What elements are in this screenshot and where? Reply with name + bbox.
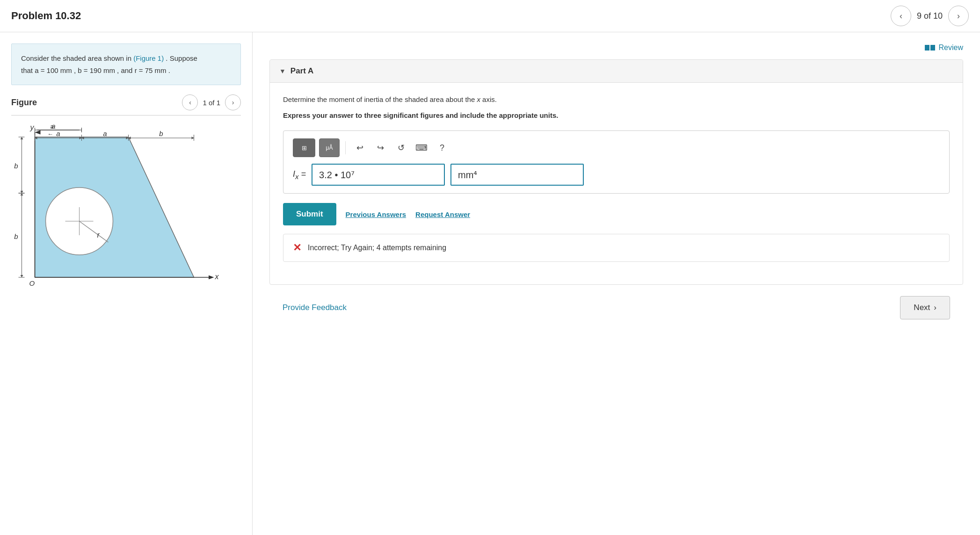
header-navigation: ‹ 9 of 10 ›: [891, 6, 969, 26]
part-a-label: Part A: [290, 66, 313, 76]
answer-unit-input[interactable]: [450, 164, 584, 186]
svg-text:←: ←: [47, 130, 53, 137]
problem-statement: Consider the shaded area shown in (Figur…: [11, 43, 241, 85]
math-input-row: Ix =: [293, 164, 940, 186]
error-text: Incorrect; Try Again; 4 attempts remaini…: [308, 244, 446, 252]
undo-icon: ↩: [356, 143, 363, 153]
problem-text-after-link: . Suppose: [166, 54, 197, 62]
review-button[interactable]: Review: [925, 43, 963, 52]
figure-next-icon: ›: [232, 99, 234, 106]
part-a-section: ▼ Part A Determine the moment of inertia…: [269, 59, 963, 285]
reset-icon: ↺: [398, 143, 405, 153]
request-answer-button[interactable]: Request Answer: [415, 210, 470, 218]
redo-button[interactable]: ↪: [372, 139, 389, 156]
review-label: Review: [939, 43, 963, 52]
svg-text:x: x: [215, 273, 219, 281]
answer-value-input[interactable]: [312, 164, 445, 186]
chevron-left-icon: ‹: [900, 11, 902, 21]
bottom-bar: Provide Feedback Next ›: [269, 296, 963, 319]
redo-icon: ↪: [377, 143, 384, 153]
svg-marker-34: [192, 137, 194, 139]
help-button[interactable]: ?: [434, 139, 450, 156]
problem-text-before-link: Consider the shaded area shown in: [21, 54, 133, 62]
toolbar-divider: [345, 141, 346, 154]
figure-header: Figure ‹ 1 of 1 ›: [11, 94, 241, 110]
figure-prev-button[interactable]: ‹: [182, 94, 198, 110]
math-label: Ix =: [293, 169, 306, 181]
svg-text:a: a: [51, 123, 54, 130]
part-instruction: Express your answer to three significant…: [283, 110, 950, 121]
answer-toolbar: ⊞ μÅ ↩ ↪ ↺: [293, 138, 940, 157]
undo-button[interactable]: ↩: [351, 139, 368, 156]
figure-next-button[interactable]: ›: [225, 94, 241, 110]
left-panel: Consider the shaded area shown in (Figur…: [0, 32, 253, 535]
matrix-button[interactable]: ⊞: [293, 138, 315, 157]
svg-marker-45: [21, 193, 23, 195]
provide-feedback-button[interactable]: Provide Feedback: [283, 303, 347, 312]
mu-label: μÅ: [326, 145, 333, 151]
next-label: Next: [914, 303, 930, 312]
review-icon: [925, 45, 935, 51]
previous-answers-button[interactable]: Previous Answers: [346, 210, 407, 218]
next-problem-button[interactable]: ›: [948, 6, 969, 26]
svg-text:r: r: [97, 231, 100, 239]
figure-title: Figure: [11, 98, 37, 108]
main-layout: Consider the shaded area shown in (Figur…: [0, 32, 980, 535]
svg-text:b: b: [14, 162, 18, 170]
review-row: Review: [269, 43, 963, 52]
figure-prev-icon: ‹: [189, 99, 191, 106]
figure-diagram: r x y O a ← a: [11, 123, 241, 301]
problem-values: that a = 100 mm , b = 190 mm , and r = 7…: [21, 66, 170, 74]
svg-text:a: a: [56, 130, 60, 137]
header: Problem 10.32 ‹ 9 of 10 ›: [0, 0, 980, 32]
part-a-body: Determine the moment of inertia of the s…: [270, 83, 963, 284]
problem-title: Problem 10.32: [11, 10, 81, 22]
answer-box: ⊞ μÅ ↩ ↪ ↺: [283, 130, 950, 194]
figure-divider: [11, 115, 241, 116]
figure-link[interactable]: (Figure 1): [133, 54, 166, 62]
svg-marker-46: [21, 275, 23, 277]
figure-section: Figure ‹ 1 of 1 ›: [11, 94, 241, 524]
svg-text:b: b: [159, 130, 163, 137]
matrix-icon: ⊞: [302, 145, 307, 152]
svg-text:y: y: [30, 123, 35, 131]
help-icon: ?: [440, 143, 444, 153]
next-button[interactable]: Next ›: [900, 296, 950, 319]
mu-button[interactable]: μÅ: [319, 138, 340, 157]
svg-marker-39: [21, 137, 23, 139]
submit-button[interactable]: Submit: [283, 203, 336, 225]
right-panel: Review ▼ Part A Determine the moment of …: [253, 32, 980, 535]
svg-marker-40: [21, 191, 23, 193]
keyboard-button[interactable]: ⌨: [413, 139, 430, 156]
next-icon: ›: [934, 303, 936, 312]
keyboard-icon: ⌨: [415, 143, 428, 153]
chevron-right-icon: ›: [957, 11, 960, 21]
svg-text:a: a: [103, 130, 107, 137]
figure-nav: ‹ 1 of 1 ›: [182, 94, 241, 110]
page-indicator: 9 of 10: [917, 11, 943, 21]
figure-page-indicator: 1 of 1: [203, 99, 220, 107]
svg-text:b: b: [14, 232, 18, 240]
collapse-icon: ▼: [279, 67, 286, 75]
error-box: ✕ Incorrect; Try Again; 4 attempts remai…: [283, 234, 950, 262]
part-description: Determine the moment of inertia of the s…: [283, 94, 950, 105]
part-a-header: ▼ Part A: [270, 60, 963, 83]
prev-problem-button[interactable]: ‹: [891, 6, 911, 26]
submit-row: Submit Previous Answers Request Answer: [283, 203, 950, 225]
reset-button[interactable]: ↺: [392, 139, 409, 156]
svg-text:O: O: [29, 279, 35, 287]
error-icon: ✕: [293, 242, 301, 254]
